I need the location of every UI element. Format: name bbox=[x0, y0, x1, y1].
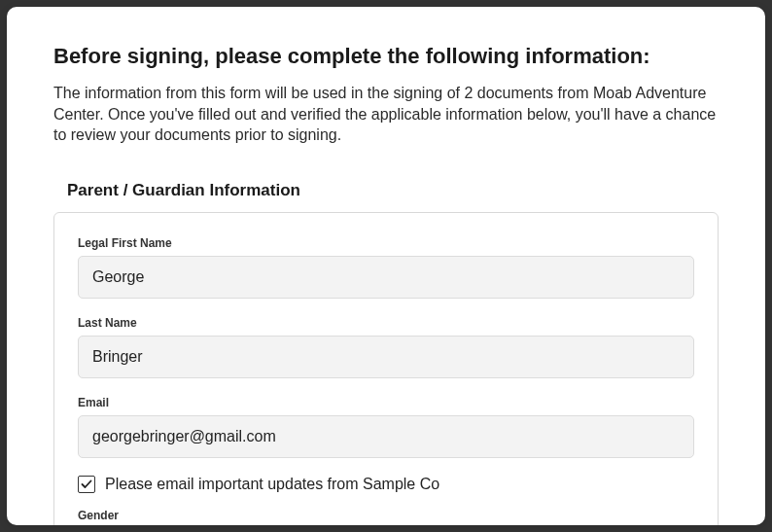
updates-checkbox-label: Please email important updates from Samp… bbox=[105, 476, 439, 493]
last-name-field-group: Last Name bbox=[78, 316, 694, 378]
gender-field-group: Gender Male ▼ bbox=[78, 509, 694, 525]
last-name-input[interactable] bbox=[78, 336, 694, 378]
email-label: Email bbox=[78, 396, 694, 409]
check-icon bbox=[81, 479, 92, 490]
email-field-group: Email bbox=[78, 396, 694, 458]
last-name-label: Last Name bbox=[78, 316, 694, 330]
form-card: Legal First Name Last Name Email Please … bbox=[53, 212, 719, 525]
updates-checkbox[interactable] bbox=[78, 476, 95, 493]
page-description: The information from this form will be u… bbox=[53, 83, 719, 146]
gender-label: Gender bbox=[78, 509, 694, 522]
form-page: Before signing, please complete the foll… bbox=[7, 7, 765, 525]
first-name-field-group: Legal First Name bbox=[78, 236, 694, 299]
updates-checkbox-row: Please email important updates from Samp… bbox=[78, 476, 694, 493]
first-name-input[interactable] bbox=[78, 256, 694, 299]
first-name-label: Legal First Name bbox=[78, 236, 694, 250]
email-input[interactable] bbox=[78, 415, 694, 458]
section-title: Parent / Guardian Information bbox=[67, 181, 719, 200]
page-title: Before signing, please complete the foll… bbox=[53, 44, 719, 69]
